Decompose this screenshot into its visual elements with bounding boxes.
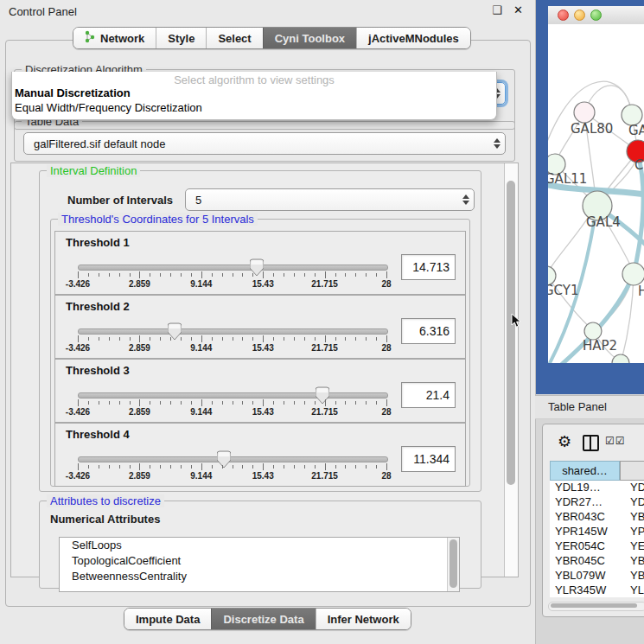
- slider-ticks: [78, 399, 386, 406]
- slider-ticks: [78, 463, 386, 470]
- table-row[interactable]: YBL079WYBL0: [550, 569, 644, 583]
- tab-infer-network[interactable]: Infer Network: [316, 609, 411, 629]
- attributes-group: Attributes to discretize Numerical Attri…: [39, 501, 481, 589]
- network-node[interactable]: [584, 322, 602, 340]
- network-node-label: GCY1: [548, 283, 579, 298]
- table-row[interactable]: YPR145WYPR1: [550, 525, 644, 539]
- network-node[interactable]: [622, 263, 644, 285]
- combo-stepper-icon: [489, 138, 505, 149]
- tab-label: Impute Data: [136, 613, 200, 626]
- control-panel-titlebar: Control Panel ❑ ✕: [0, 0, 535, 22]
- settings-scrollbar[interactable]: [504, 163, 518, 577]
- thresholds-group: Threshold's Coordinates for 5 Intervals …: [50, 219, 470, 487]
- gear-icon[interactable]: ⚙: [558, 432, 571, 451]
- group-title: Interval Definition: [47, 164, 140, 177]
- float-window-icon[interactable]: ❑: [492, 3, 502, 16]
- network-window-titlebar: [548, 6, 644, 25]
- slider-ticks: [78, 271, 386, 278]
- table-header: shared…na: [550, 461, 644, 481]
- tab-cyni-toolbox[interactable]: Cyni Toolbox: [263, 28, 356, 48]
- tab-network[interactable]: Network: [73, 28, 156, 48]
- threshold-label: Threshold 4: [66, 428, 130, 441]
- network-node-label: H: [638, 284, 644, 299]
- popup-option-manual-discretization[interactable]: Manual Discretization: [15, 86, 131, 99]
- table-row[interactable]: YBR045CYBR0: [550, 554, 644, 569]
- table-panel-window: ⚙ ☑☑ shared…na YDL19…YDL1YDR27…YDR2YBR04…: [542, 424, 644, 617]
- checkbox-columns-icon[interactable]: ☑☑: [605, 435, 626, 447]
- threshold-1-panel: Threshold 1 -3.4262.8599.14415.4321.7152…: [54, 231, 466, 295]
- table-data-combo[interactable]: galFiltered.sif default node: [23, 132, 506, 155]
- network-icon: [85, 30, 95, 46]
- table-panel-titlebar: Table Panel: [535, 395, 644, 419]
- zoom-traffic-light-icon[interactable]: [590, 10, 602, 21]
- table-data-group: Table Data galFiltered.sif default node: [14, 121, 515, 162]
- tab-select[interactable]: Select: [206, 28, 262, 48]
- tab-discretize-data[interactable]: Discretize Data: [211, 609, 315, 629]
- table-panel-title: Table Panel: [548, 400, 607, 413]
- threshold-label: Threshold 3: [66, 364, 130, 377]
- threshold-3-value-field[interactable]: [401, 382, 456, 408]
- tab-impute-data[interactable]: Impute Data: [124, 609, 211, 629]
- popup-hint: Select algorithm to view settings: [12, 73, 496, 86]
- close-window-icon[interactable]: ✕: [513, 3, 523, 16]
- network-node[interactable]: [574, 102, 595, 123]
- tab-label: jActiveMNodules: [368, 32, 459, 45]
- network-canvas[interactable]: GAL80GACGAL11GAL4GCY1HHAP2: [548, 24, 644, 363]
- table-row[interactable]: YDL19…YDL1: [550, 481, 644, 495]
- threshold-4-value-field[interactable]: [401, 446, 456, 472]
- table-rows: YDL19…YDL1YDR27…YDR2YBR043CYBR0YPR145WYP…: [550, 481, 644, 597]
- popup-option-equal-width-frequency[interactable]: Equal Width/Frequency Discretization: [15, 101, 202, 114]
- attribute-list-item[interactable]: TopologicalCoefficient: [60, 553, 459, 569]
- slider-tick-labels: -3.4262.8599.14415.4321.71528: [78, 471, 386, 481]
- list-scrollbar[interactable]: [447, 538, 459, 591]
- node-table: shared…na YDL19…YDL1YDR27…YDR2YBR043CYBR…: [550, 461, 644, 597]
- interval-definition-group: Interval Definition Number of Intervals …: [39, 170, 481, 492]
- network-node[interactable]: [612, 354, 629, 363]
- control-panel-window: Control Panel ❑ ✕ Network Style Select C…: [0, 0, 536, 644]
- table-row[interactable]: YDR27…YDR2: [550, 495, 644, 510]
- tab-label: Discretize Data: [223, 613, 303, 626]
- threshold-1-slider[interactable]: [78, 265, 388, 271]
- slider-tick-labels: -3.4262.8599.14415.4321.71528: [78, 407, 386, 418]
- column-header[interactable]: na: [620, 461, 644, 481]
- tab-label: Infer Network: [328, 613, 399, 626]
- attribute-list-item[interactable]: BetweennessCentrality: [60, 569, 459, 584]
- table-hscrollbar[interactable]: [548, 602, 644, 611]
- threshold-2-slider[interactable]: [78, 328, 388, 335]
- threshold-3-slider[interactable]: [78, 392, 388, 399]
- attribute-list-item[interactable]: SelfLoops: [60, 538, 459, 553]
- numerical-attributes-list[interactable]: SelfLoopsTopologicalCoefficientBetweenne…: [59, 537, 460, 592]
- network-node-label: GA: [628, 123, 644, 138]
- group-title: Threshold's Coordinates for 5 Intervals: [58, 213, 258, 226]
- tab-label: Cyni Toolbox: [275, 32, 345, 45]
- network-node-label: GAL4: [586, 214, 621, 230]
- table-row[interactable]: YBR043CYBR0: [550, 510, 644, 525]
- threshold-2-panel: Threshold 2 -3.4262.8599.14415.4321.7152…: [54, 295, 466, 359]
- table-row[interactable]: YER054CYER0: [550, 539, 644, 554]
- table-row[interactable]: YLR345WYLR3: [550, 583, 644, 597]
- slider-ticks: [78, 335, 386, 342]
- list-items: SelfLoopsTopologicalCoefficientBetweenne…: [60, 538, 459, 584]
- tab-jactivemnodules[interactable]: jActiveMNodules: [356, 28, 470, 48]
- control-panel-tabbar: Network Style Select Cyni Toolbox jActiv…: [73, 27, 471, 49]
- network-node-label: C: [634, 157, 643, 173]
- threshold-1-value-field[interactable]: [401, 254, 456, 280]
- cyni-mode-tabbar: Impute Data Discretize Data Infer Networ…: [124, 608, 411, 630]
- tab-style[interactable]: Style: [156, 28, 206, 48]
- minimize-traffic-light-icon[interactable]: [574, 10, 585, 21]
- threshold-label: Threshold 2: [66, 300, 130, 313]
- column-header[interactable]: shared…: [550, 461, 620, 481]
- tab-label: Network: [100, 32, 144, 45]
- network-view-window: GAL80GACGAL11GAL4GCY1HHAP2: [536, 0, 644, 394]
- network-node-label: GAL80: [571, 121, 613, 137]
- threshold-4-panel: Threshold 4 -3.4262.8599.14415.4321.7152…: [54, 423, 466, 487]
- threshold-4-slider[interactable]: [78, 456, 388, 462]
- threshold-2-value-field[interactable]: [401, 318, 456, 344]
- combo-stepper-icon: [458, 194, 474, 205]
- num-intervals-combo[interactable]: 5: [185, 188, 475, 211]
- split-columns-icon[interactable]: [583, 435, 599, 451]
- numerical-attributes-label: Numerical Attributes: [50, 513, 160, 526]
- close-traffic-light-icon[interactable]: [558, 10, 569, 21]
- slider-tick-labels: -3.4262.8599.14415.4321.71528: [78, 343, 386, 354]
- settings-scrollpane: Interval Definition Number of Intervals …: [10, 163, 519, 577]
